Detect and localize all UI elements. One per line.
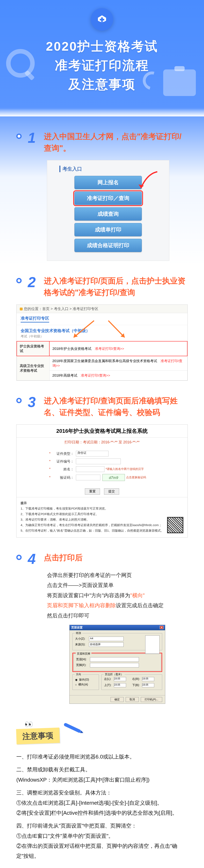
input-captcha[interactable] [76,475,100,480]
link-print-query[interactable]: 准考证打印/查询>> [95,347,124,351]
btn-score-print[interactable]: 成绩单打印 [74,223,142,236]
magnifier-deco [6,49,35,78]
form-notes: 提示 1、下载准考证打印模板，考生须安装PDF阅读器方可正常浏览。 2、下载准考… [16,497,188,537]
input-header[interactable] [90,657,139,662]
btn-cert-print[interactable]: 成绩合格证明打印 [74,239,142,252]
link-print-query[interactable]: 准考证打印/查询>> [81,374,110,377]
orange-arrow-icon [70,319,98,341]
btn-reset[interactable]: 重置 [85,488,100,495]
form-title: 2016年护士执业资格考试网上报名系统 [16,425,188,438]
note-item: 四、打印前请先从"页面设置"中把页眉、页脚清空： ①点击IE窗口"文件"菜单中的… [16,821,188,861]
step-1: 1 进入中国卫生人才网，点击"准考证打印/查询"。 考生入口 网上报名 准考证打… [16,131,188,261]
step-bullet [16,555,22,560]
form-subtitle: 打印日期：考试日期：2016-**-** 至 2016-**-** [16,438,188,447]
step-3: 3 进入准考证打印/查询页面后准确填写姓名、证件类型、证件编号、校验码 2016… [16,395,188,537]
step-number: 3 [28,395,36,409]
captcha-image[interactable]: d7m9 [102,474,125,481]
radio-portrait[interactable]: ◉ [75,678,77,681]
nurse-cap-icon [96,14,108,25]
row-label: 护士执业资格考试 [17,341,49,356]
note-item: 二、禁用或卸载有关拦截工具。 (WindowsXP：关闭IE浏览器[工具]中[弹… [16,765,188,785]
step-bullet [16,398,22,403]
radio-landscape[interactable]: ○ [75,683,77,686]
breadcrumb: 您的位置：首页 > 考生入口 > 准考证打印专区 [16,305,188,313]
step-2: 2 进入准考证打印/页面后，点击护士执业资格考试的"准考证打印/查询 您的位置：… [16,275,188,381]
svg-rect-1 [100,19,104,21]
step4-instructions: 会弹出所要打印的准考证的一个网页 点击文件——>页面设置菜单 将页面设置窗口中"… [47,570,188,621]
dialog-title: 页面设置 [71,626,82,629]
logo-badge [91,8,113,31]
btn-score-query[interactable]: 成绩查询 [74,207,142,221]
step-4: 4 点击打印后 会弹出所要打印的准考证的一个网页 点击文件——>页面设置菜单 将… [16,552,188,704]
red-arrow-icon [135,170,159,194]
input-margin-top[interactable]: 19.05 [114,683,126,687]
step-number: 2 [28,275,36,289]
input-margin-bottom[interactable]: 19.05 [142,683,154,687]
page-setup-dialog: 页面设置× 纸张 大小(Z):A4 来源(S):自动选择 页眉和页脚 页眉(H)… [69,625,165,704]
orange-arrow-icon [106,319,131,341]
row-label: 高级卫生专业技术资格考试 [17,356,49,380]
step-number: 1 [28,131,36,145]
title-line-1: 2020护士资格考试 [0,37,204,56]
note-item: 一、打印准考证必须使用IE浏览器6.0或以上版本。 [16,752,188,762]
notes-section: 👀 注意事项 一、打印准考证必须使用IE浏览器6.0或以上版本。 二、禁用或卸载… [16,720,188,861]
input-id-number[interactable] [76,459,121,464]
step-bullet [16,278,22,283]
btn-online-signup[interactable]: 网上报名 [74,176,142,189]
close-icon[interactable]: × [160,626,163,629]
btn-submit[interactable]: 提交 [104,488,119,495]
step-title: 点击打印后 [44,552,188,563]
btn-ok[interactable]: 确定 [110,697,124,702]
qr-code-icon [167,517,183,533]
clipboard-deco [151,69,196,92]
screenshot-entrance-panel: 考生入口 网上报名 准考证打印／查询 成绩查询 成绩单打印 成绩合格证明打印 [47,160,169,261]
tab-print-zone[interactable]: 准考证打印专区 [21,315,49,322]
notes-heading: 注意事项 [16,727,60,744]
eyes-icon: 👀 [25,720,69,728]
exam-table: 护士执业资格考试 2018年护士执业资格考试 准考证打印/查询>> 高级卫生专业… [16,341,188,380]
btn-printer[interactable]: 打印机(P)... [141,697,162,702]
screenshot-print-zone: 您的位置：首页 > 考生入口 > 准考证打印专区 准考证打印专区 全国卫生专业技… [16,305,188,381]
input-margin-right[interactable]: 19.05 [142,677,154,681]
btn-cancel[interactable]: 取消 [126,697,139,702]
select-paper-size[interactable]: A4 [89,637,124,641]
home-icon [20,308,23,310]
exam-category-sub: 考试（中初级） [16,334,188,341]
input-margin-left[interactable]: 19.05 [114,677,126,681]
note-item: 三、调整IE浏览器安全级别。具体方法： ①依次点击IE浏览器[工具]-[Inte… [16,788,188,818]
input-name[interactable] [76,466,104,472]
header: 2020护士资格考试 准考证打印流程 及注意事项 [0,0,204,114]
step-title: 进入准考证打印/查询页面后准确填写姓名、证件类型、证件编号、校验码 [44,395,188,418]
paper-preview-icon [145,636,160,654]
screenshot-form-panel: 2016年护士执业资格考试网上报名系统 打印日期：考试日期：2016-**-**… [16,425,188,537]
step-title: 进入中国卫生人才网，点击"准考证打印/查询"。 [44,131,188,154]
btn-print-query-ticket[interactable]: 准考证打印／查询 [74,192,142,205]
exam-category-title: 全国卫生专业技术资格考试（中初级） [16,325,188,334]
input-footer[interactable] [90,663,139,668]
step-number: 4 [28,552,36,566]
select-id-type[interactable]: 身份证 [76,451,108,457]
select-paper-source[interactable]: 自动选择 [89,642,124,647]
step-bullet [16,133,22,139]
step-title: 进入准考证打印/页面后，点击护士执业资格考试的"准考证打印/查询 [44,275,188,299]
